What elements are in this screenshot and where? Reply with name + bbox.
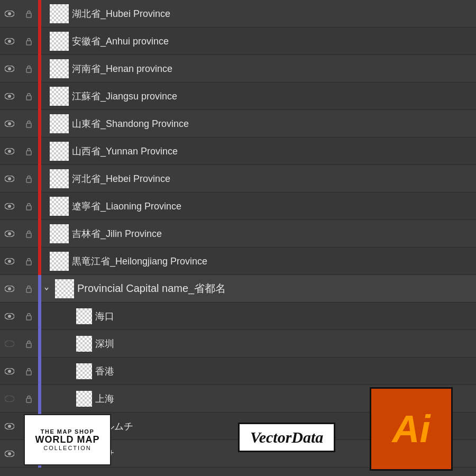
layer-name-jiangsu: 江蘇省_Jiangsu province: [72, 90, 476, 103]
layer-name-shandong: 山東省_Shandong Province: [72, 117, 476, 130]
layer-row-heilongjiang[interactable]: 黒竜江省_Heilongjiang Province: [0, 248, 476, 275]
visibility-toggle-haikou[interactable]: [0, 313, 19, 319]
visibility-toggle-heilongjiang[interactable]: [0, 258, 19, 264]
layer-name-hongkong: 香港: [95, 365, 476, 378]
visibility-toggle-liaoning[interactable]: [0, 203, 19, 209]
svg-rect-14: [26, 123, 31, 127]
color-bar-heilongjiang: [38, 248, 41, 275]
visibility-toggle-hebei[interactable]: [0, 176, 19, 182]
layer-row-jilin[interactable]: 吉林省_Jilin Province: [0, 220, 476, 248]
svg-rect-11: [26, 96, 31, 100]
layer-row-shandong[interactable]: 山東省_Shandong Province: [0, 110, 476, 138]
svg-point-10: [8, 95, 11, 98]
visibility-toggle-shanxi[interactable]: [0, 148, 19, 154]
visibility-toggle-lhasa[interactable]: [0, 451, 19, 457]
layer-name-heilongjiang: 黒竜江省_Heilongjiang Province: [72, 255, 476, 268]
layer-row-liaoning[interactable]: 遼寧省_Liaoning Province: [0, 193, 476, 220]
thumbnail-heilongjiang: [50, 252, 69, 271]
lock-icon-jiangsu: [19, 92, 38, 100]
layer-name-henan: 河南省_Henan province: [72, 62, 476, 75]
svg-point-22: [8, 205, 11, 208]
color-bar-jiangsu: [38, 83, 41, 110]
thumbnail-shandong: [50, 114, 69, 133]
svg-point-13: [8, 122, 11, 125]
svg-point-39: [8, 370, 11, 373]
watermark-logo: THE MAP SHOP WORLD MAP COLLECTION: [24, 414, 111, 465]
lock-icon-heilongjiang: [19, 257, 38, 266]
layer-name-liaoning: 遼寧省_Liaoning Province: [72, 200, 476, 213]
layer-row-anhui[interactable]: 安徽省_Anhui province: [0, 28, 476, 55]
thumbnail-jilin: [50, 224, 69, 243]
layer-row-shanxi[interactable]: 山西省_Yunnan Province: [0, 138, 476, 165]
layer-row-haikou[interactable]: 海口: [0, 303, 476, 330]
lock-icon-henan: [19, 65, 38, 73]
layer-name-jilin: 吉林省_Jilin Province: [72, 227, 476, 240]
visibility-toggle-jilin[interactable]: [0, 231, 19, 237]
layer-row-hebei[interactable]: 河北省_Hebei Province: [0, 165, 476, 193]
svg-point-47: [8, 452, 11, 455]
visibility-toggle-hongkong[interactable]: [0, 368, 19, 374]
layers-panel: 湖北省_Hubei Province安徽省_Anhui province河南省_…: [0, 0, 476, 476]
thumbnail-liaoning: [50, 197, 69, 216]
svg-rect-17: [26, 151, 31, 155]
thumbnail-hubei: [50, 4, 69, 23]
lock-icon-shanxi: [19, 147, 38, 155]
layer-row-hongkong[interactable]: 香港: [0, 358, 476, 385]
color-bar-shenzhen: [38, 330, 41, 358]
thumbnail-provincial-capital: [55, 279, 74, 298]
thumbnail-shenzhen: [76, 336, 92, 352]
color-bar-hongkong: [38, 358, 41, 385]
lock-icon-anhui: [19, 37, 38, 45]
vector-data-text: VectorData: [250, 428, 323, 446]
lock-icon-hebei: [19, 175, 38, 183]
svg-point-4: [8, 40, 11, 43]
visibility-toggle-shenzhen[interactable]: [0, 341, 19, 347]
layer-name-haikou: 海口: [95, 310, 476, 323]
lock-icon-hongkong: [19, 367, 38, 376]
color-bar-liaoning: [38, 193, 41, 220]
visibility-toggle-shanghai[interactable]: [0, 396, 19, 402]
expand-toggle-provincial-capital[interactable]: [41, 286, 52, 291]
visibility-toggle-henan[interactable]: [0, 66, 19, 72]
thumbnail-henan: [50, 59, 69, 78]
color-bar-jilin: [38, 220, 41, 248]
svg-rect-29: [26, 261, 31, 265]
color-bar-haikou: [38, 303, 41, 330]
svg-point-19: [8, 177, 11, 180]
svg-rect-20: [26, 178, 31, 182]
visibility-toggle-provincial-capital[interactable]: [0, 286, 19, 292]
thumbnail-hebei: [50, 169, 69, 188]
layer-row-hubei[interactable]: 湖北省_Hubei Province: [0, 0, 476, 28]
layer-row-shenzhen[interactable]: 深圳: [0, 330, 476, 358]
color-bar-henan: [38, 55, 41, 83]
lock-icon-haikou: [19, 312, 38, 321]
color-bar-shandong: [38, 110, 41, 138]
ai-badge: Ai: [370, 387, 453, 471]
visibility-toggle-jiangsu[interactable]: [0, 93, 19, 99]
color-bar-shanghai: [38, 385, 41, 413]
layer-name-hebei: 河北省_Hebei Province: [72, 172, 476, 185]
lock-icon-shandong: [19, 120, 38, 128]
thumbnail-haikou: [76, 308, 92, 324]
thumbnail-jiangsu: [50, 87, 69, 106]
svg-point-31: [8, 287, 11, 290]
visibility-toggle-shandong[interactable]: [0, 121, 19, 127]
watermark-line2: WORLD MAP: [35, 435, 100, 445]
color-bar-hebei: [38, 165, 41, 193]
svg-rect-26: [26, 233, 31, 237]
layer-name-provincial-capital: Provincial Capital name_省都名: [77, 281, 476, 296]
watermark-line3: COLLECTION: [43, 445, 91, 451]
layer-row-henan[interactable]: 河南省_Henan province: [0, 55, 476, 83]
visibility-toggle-anhui[interactable]: [0, 38, 19, 44]
lock-icon-jilin: [19, 230, 38, 238]
layer-name-shanxi: 山西省_Yunnan Province: [72, 145, 476, 158]
svg-point-16: [8, 150, 11, 153]
visibility-toggle-hubei[interactable]: [0, 11, 19, 17]
layer-row-jiangsu[interactable]: 江蘇省_Jiangsu province: [0, 83, 476, 110]
svg-point-36: [5, 341, 14, 347]
layer-row-provincial-capital[interactable]: Provincial Capital name_省都名: [0, 275, 476, 303]
visibility-toggle-urumqi[interactable]: [0, 423, 19, 429]
svg-point-7: [8, 67, 11, 70]
ai-text: Ai: [392, 410, 431, 448]
thumbnail-shanxi: [50, 142, 69, 161]
